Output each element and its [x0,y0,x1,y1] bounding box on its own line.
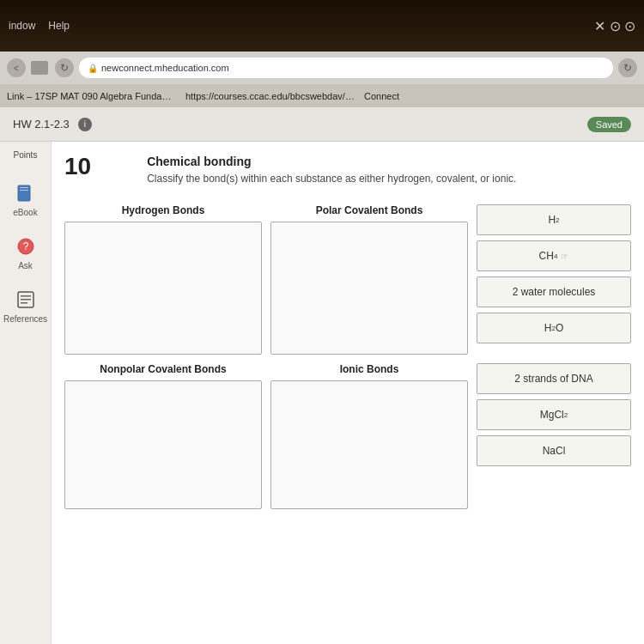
bookmarks-bar: Link – 17SP MAT 090 Algebra Fundame... h… [0,84,644,107]
references-icon [14,288,38,312]
svg-rect-1 [20,187,28,188]
address-bar[interactable]: 🔒 newconnect.mheducation.com [79,58,613,78]
answer-water-molecules[interactable]: 2 water molecules [477,276,631,307]
hydrogen-bonds-drop-zone[interactable] [64,222,262,355]
ask-icon: ? [14,234,38,258]
refresh-button[interactable]: ↻ [55,58,74,77]
polar-covalent-drop-zone[interactable] [270,222,468,355]
ionic-bonds-column: Ionic Bonds [270,363,468,509]
menu-help[interactable]: Help [48,20,70,32]
question-title: Chemical bonding [147,155,516,168]
reload-button[interactable]: ↻ [618,58,637,77]
answer-options-bottom: 2 strands of DNA MgCl2 NaCl [477,363,631,509]
svg-rect-8 [21,302,27,304]
polar-covalent-column: Polar Covalent Bonds [270,204,468,355]
main-content: Points eBook ? Ask [0,142,644,644]
svg-rect-6 [21,295,31,297]
hydrogen-bonds-label: Hydrogen Bonds [64,204,262,216]
bonds-grid-row2: Nonpolar Covalent Bonds Ionic Bonds 2 st… [64,363,631,509]
browser-chrome: < ↻ 🔒 newconnect.mheducation.com ↻ Link … [0,52,644,107]
ebook-label: eBook [13,208,37,217]
svg-text:?: ? [22,240,28,252]
browser-toolbar: < ↻ 🔒 newconnect.mheducation.com ↻ [0,52,644,84]
tab-grid-icon[interactable] [31,61,48,75]
ask-label: Ask [18,261,33,270]
nonpolar-covalent-label: Nonpolar Covalent Bonds [64,363,262,375]
sidebar-references[interactable]: References [3,288,47,324]
back-button[interactable]: < [7,58,26,77]
svg-rect-2 [20,190,28,191]
answer-h2[interactable]: H2 [477,204,631,235]
bookmark-3[interactable]: Connect [364,91,399,101]
bookmark-1[interactable]: Link – 17SP MAT 090 Algebra Fundame... [7,91,179,101]
info-icon[interactable]: i [78,118,92,131]
answer-ch4[interactable]: CH4 ☞ [477,240,631,271]
points-label: Points [14,150,38,160]
bonds-grid-row1: Hydrogen Bonds Polar Covalent Bonds H2 C… [64,204,631,355]
nonpolar-covalent-column: Nonpolar Covalent Bonds [64,363,262,509]
answer-h2o[interactable]: H2O [477,313,631,343]
saved-badge: Saved [587,117,631,132]
menu-window[interactable]: indow [9,20,35,32]
references-label: References [3,314,47,324]
bookmark-2[interactable]: https://courses.ccac.edu/bbcswebdav/pid-… [185,91,357,101]
page-header: HW 2.1-2.3 i Saved [0,107,644,142]
question-number: 10 [64,155,91,179]
ionic-bonds-drop-zone[interactable] [270,380,468,509]
question-instruction: Classify the bond(s) within each substan… [147,173,516,185]
polar-covalent-label: Polar Covalent Bonds [270,204,468,216]
sidebar-points: Points [14,150,38,164]
question-header: Chemical bonding Classify the bond(s) wi… [147,155,516,197]
hydrogen-bonds-column: Hydrogen Bonds [64,204,262,355]
svg-rect-7 [21,299,31,301]
answer-nacl[interactable]: NaCl [477,435,631,466]
sidebar-ask[interactable]: ? Ask [14,234,38,270]
ebook-icon [13,181,37,205]
hw-title: HW 2.1-2.3 [13,118,70,131]
window-controls[interactable]: ✕ ⊙ ⊙ [594,18,635,34]
answer-mgcl2[interactable]: MgCl2 [477,399,631,430]
address-text: newconnect.mheducation.com [101,63,229,73]
lock-icon: 🔒 [88,64,98,73]
system-bar: indow Help ✕ ⊙ ⊙ [0,0,644,52]
nonpolar-covalent-drop-zone[interactable] [64,380,262,509]
answer-dna-strands[interactable]: 2 strands of DNA [477,363,631,394]
content-area: 10 Chemical bonding Classify the bond(s)… [52,142,644,644]
ionic-bonds-label: Ionic Bonds [270,363,468,375]
left-sidebar: Points eBook ? Ask [0,142,52,644]
sidebar-ebook[interactable]: eBook [13,181,37,217]
answer-options-top: H2 CH4 ☞ 2 water molecules H2O [477,204,631,355]
